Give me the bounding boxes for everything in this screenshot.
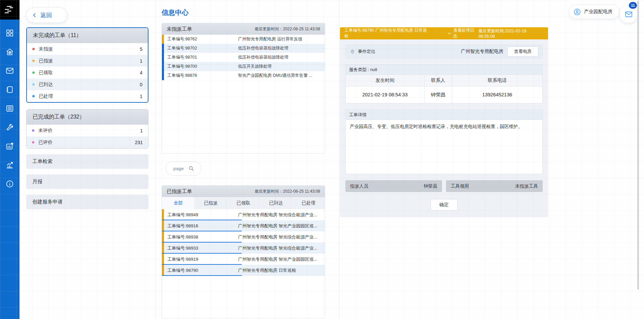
status-count: 4 <box>140 70 142 75</box>
sidebar-icon-dashboard-grid[interactable] <box>0 24 20 42</box>
order-code: 工单编号:98701 <box>167 55 238 60</box>
assigned-card-title: 已指派工单 <box>167 188 192 195</box>
user-avatar-icon <box>573 8 581 16</box>
assigned-order-list: 工单编号:98949广州智光专用配电房 智光综合能源产业...工单编号:9891… <box>162 209 325 276</box>
sidebar-icon-trend-chart[interactable] <box>0 156 20 174</box>
view-log-label: 查看处理日志 <box>453 28 479 39</box>
order-status-bar <box>162 209 164 220</box>
info-icon <box>5 180 14 188</box>
contact-table-header: 联系人 <box>425 75 452 86</box>
station-name: 广州智光专用配电房 <box>461 49 503 55</box>
sidebar-nav <box>0 20 20 193</box>
assigned-tab-已指派[interactable]: 已指派 <box>195 197 227 209</box>
assigned-card-header: 已指派工单 最后更新时间：2022-08-25 11:43:08 <box>162 186 325 197</box>
unfinished-orders-card[interactable]: 未完成的工单（11） 未指派5已指派1已领取4已到达0已处理1 <box>26 27 148 103</box>
notebook-icon <box>5 85 14 94</box>
service-type-line: 服务类型 : null <box>346 65 542 75</box>
order-title: 广州智光专用配电房 智光综合能源产业... <box>238 245 325 251</box>
order-status-bar <box>162 243 164 254</box>
finished-card-title: 已完成的工单（232） <box>27 109 148 125</box>
unassigned-order-row[interactable]: 工单编号:98702低压补偿电容器组故障处理 <box>162 44 325 53</box>
search-icon <box>188 165 194 171</box>
sidebar-icon-mail[interactable] <box>0 61 20 80</box>
sidebar-icon-info[interactable] <box>0 174 20 193</box>
status-label: 已领取 <box>39 70 53 76</box>
assigned-order-row[interactable]: 工单编号:98949广州智光专用配电房 智光综合能源产业... <box>162 209 325 220</box>
assigned-orders-card: 已指派工单 最后更新时间：2022-08-25 11:43:08 全部已指派已领… <box>162 185 325 318</box>
order-title: 广州智光专用配电房 智光产业园园区巡... <box>238 256 325 262</box>
status-dot <box>32 95 35 97</box>
assigned-order-row[interactable]: 工单编号:98938广州智光专用配电房 智光综合能源产业... <box>162 231 325 243</box>
unassigned-order-row[interactable]: 工单编号:98676智光产业园配电房 DMU通信异常告警 ... <box>162 71 325 80</box>
user-chip[interactable]: 产业园配电房 <box>569 5 619 19</box>
order-title: 广州智光专用配电房 日常巡检 <box>238 267 325 274</box>
sidebar-icon-report-chart[interactable] <box>0 137 20 156</box>
finished-orders-card[interactable]: 已完成的工单（232） 未评价1已评价231 <box>26 109 148 149</box>
unfinished-status-row[interactable]: 已领取4 <box>27 67 148 78</box>
order-code: 工单编号:98919 <box>167 256 238 262</box>
order-status-bar <box>162 44 164 53</box>
status-dot <box>32 60 35 62</box>
shortcut-创建服务申请[interactable]: 创建服务申请 <box>26 195 148 209</box>
sidebar-icon-home-compass[interactable] <box>0 42 20 61</box>
contact-table-header: 发生时间 <box>346 75 425 86</box>
status-label: 已评价 <box>38 139 53 146</box>
assigned-tab-已领取[interactable]: 已领取 <box>227 197 260 209</box>
app-logo <box>0 0 20 20</box>
order-title: 低压开关故障处理 <box>238 64 325 69</box>
unassigned-order-row[interactable]: 工单编号:98762广州智光专用配电房 运行异常反馈 <box>162 35 325 44</box>
sidebar-icon-notebook[interactable] <box>0 80 20 99</box>
contact-table-cell: 钟荣昌 <box>425 86 452 103</box>
assigned-order-row[interactable]: 工单编号:98916广州智光专用配电房 智光产业园园区巡... <box>162 220 325 231</box>
shortcut-月报[interactable]: 月报 <box>26 174 148 189</box>
assigned-tab-已到达[interactable]: 已到达 <box>260 197 292 209</box>
order-title: 智光产业园配电房 DMU通信异常告警 ... <box>238 73 325 78</box>
view-log-link[interactable]: 查看处理日志 <box>447 28 479 39</box>
assigned-order-row[interactable]: 工单编号:98933广州智光专用配电房 智光综合能源产业... <box>162 243 325 254</box>
chevron-down-icon <box>447 31 451 36</box>
back-label: 返回 <box>40 11 52 19</box>
event-location-bar: 事件定位 广州智光专用配电房 查看电房 <box>345 45 543 58</box>
unfinished-status-row[interactable]: 已处理1 <box>27 90 148 102</box>
assignee-value: 钟荣昌 <box>424 183 438 189</box>
wrench-icon <box>5 123 14 132</box>
assigned-order-row[interactable]: 工单编号:98919广州智光专用配电房 智光产业园园区巡... <box>162 254 325 265</box>
tools-pill[interactable]: 工具领用 未指派工具 <box>446 180 543 192</box>
tools-label: 工具领用 <box>451 183 469 189</box>
page-search[interactable]: page <box>166 161 201 176</box>
order-status-bar <box>162 265 164 276</box>
unassigned-card-header: 未指派工单 最后更新时间：2022-08-25 11:43:08 <box>162 23 325 35</box>
unassigned-order-row[interactable]: 工单编号:98700低压开关故障处理 <box>162 62 325 71</box>
assigned-tab-全部[interactable]: 全部 <box>162 197 195 209</box>
unfinished-status-row[interactable]: 未指派5 <box>27 43 148 55</box>
unfinished-status-row[interactable]: 已到达0 <box>27 78 148 90</box>
event-location-label: 事件定位 <box>358 49 375 55</box>
vertical-scrollbar[interactable] <box>637 1 639 290</box>
trend-chart-icon <box>5 161 14 169</box>
order-status-bar <box>162 62 164 71</box>
confirm-button[interactable]: 确定 <box>431 199 457 211</box>
unfinished-card-title: 未完成的工单（11） <box>27 28 148 43</box>
order-code: 工单编号:98933 <box>167 245 238 251</box>
unassigned-order-list: 工单编号:98762广州智光专用配电房 运行异常反馈工单编号:98702低压补偿… <box>162 35 325 80</box>
order-title: 广州智光专用配电房 运行异常反馈 <box>238 36 325 42</box>
unassigned-order-row[interactable]: 工单编号:98701低压补偿电容器组故障处理 <box>162 53 325 62</box>
finished-status-row[interactable]: 已评价231 <box>27 136 148 148</box>
assignee-pill[interactable]: 指派人员 钟荣昌 <box>345 180 442 192</box>
order-code: 工单编号:98702 <box>167 45 238 51</box>
finished-status-row[interactable]: 未评价1 <box>27 125 148 136</box>
view-room-button[interactable]: 查看电房 <box>507 46 538 57</box>
sidebar-icon-list[interactable] <box>0 99 20 118</box>
status-dot <box>32 71 35 74</box>
shortcut-工单检索[interactable]: 工单检索 <box>26 154 148 169</box>
back-button[interactable]: 返回 <box>26 7 67 23</box>
order-status-bar <box>162 254 164 265</box>
unfinished-status-row[interactable]: 已指派1 <box>27 55 148 67</box>
sidebar-icon-wrench[interactable] <box>0 118 20 137</box>
list-icon <box>5 104 14 113</box>
order-code: 工单编号:98700 <box>167 64 238 69</box>
assigned-tab-已处理[interactable]: 已处理 <box>292 197 325 209</box>
status-count: 1 <box>140 58 142 64</box>
assigned-order-row[interactable]: 工单编号:98790广州智光专用配电房 日常巡检 <box>162 265 325 276</box>
map-pin-icon <box>350 49 355 54</box>
